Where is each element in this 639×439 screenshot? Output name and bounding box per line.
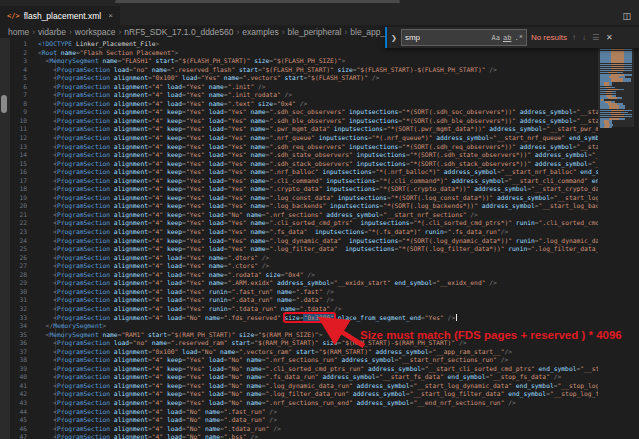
code-line[interactable]: 45 <ProgramSection alignment="4" load="N…	[10, 416, 598, 425]
line-number: 6	[10, 83, 27, 92]
breadcrumb-item[interactable]: workspace	[75, 27, 116, 37]
code-line[interactable]: 19 <ProgramSection alignment="4" keep="Y…	[10, 194, 598, 203]
line-number: 35	[10, 331, 27, 340]
line-number: 40	[10, 373, 27, 382]
line-number: 16	[10, 168, 27, 177]
code-line[interactable]: 14 <ProgramSection alignment="4" keep="Y…	[10, 151, 598, 160]
code-line[interactable]: 27 <ProgramSection alignment="4" load="Y…	[10, 262, 598, 271]
find-widget: ❯ smp Aa ab .* No results ↑ ↓ ☰ ✕	[385, 27, 639, 48]
line-number: 47	[10, 433, 27, 439]
split-editor-icon[interactable]: ◫	[622, 11, 631, 21]
line-number: 22	[10, 219, 27, 228]
code-line[interactable]: 15 <ProgramSection alignment="4" keep="Y…	[10, 160, 598, 169]
code-line[interactable]: 7 <ProgramSection alignment="4" load="Ye…	[10, 91, 598, 100]
code-line[interactable]: 22 <ProgramSection alignment="4" keep="Y…	[10, 219, 598, 228]
breadcrumb-item[interactable]: examples	[242, 27, 278, 37]
code-line[interactable]: 13 <ProgramSection alignment="4" keep="Y…	[10, 143, 598, 152]
editor-actions: ◫	[622, 6, 639, 25]
code-line[interactable]: 16 <ProgramSection alignment="4" keep="Y…	[10, 168, 598, 177]
line-number: 2	[10, 49, 27, 58]
line-number: 12	[10, 134, 27, 143]
breadcrumb-item[interactable]: ble_peripheral	[288, 27, 342, 37]
tab-flash-placement[interactable]: </> flash_placement.xml ×	[0, 6, 121, 25]
line-number: 45	[10, 416, 27, 425]
code-line[interactable]: 42 <ProgramSection alignment="4" keep="Y…	[10, 390, 598, 399]
find-previous-icon[interactable]: ↑	[572, 33, 576, 42]
line-number: 29	[10, 279, 27, 288]
breadcrumb-separator-icon: ›	[32, 27, 35, 37]
code-line[interactable]: 25 <ProgramSection alignment="4" keep="Y…	[10, 245, 598, 254]
code-line[interactable]: 29 <ProgramSection alignment="4" load="Y…	[10, 279, 598, 288]
code-line[interactable]: 32 <ProgramSection alignment="4" load="Y…	[10, 305, 598, 314]
minimap[interactable]	[598, 28, 639, 439]
code-line[interactable]: 41 <ProgramSection alignment="4" keep="Y…	[10, 382, 598, 391]
code-line[interactable]: 31 <ProgramSection alignment="4" load="Y…	[10, 296, 598, 305]
tab-title: flash_placement.xml	[24, 11, 101, 21]
code-line[interactable]: 20 <ProgramSection alignment="4" keep="Y…	[10, 202, 598, 211]
close-icon[interactable]: ×	[108, 11, 113, 20]
code-line[interactable]: 17 <ProgramSection alignment="4" keep="Y…	[10, 177, 598, 186]
code-line[interactable]: 8 <ProgramSection alignment="4" load="Ye…	[10, 100, 598, 109]
find-next-icon[interactable]: ↓	[582, 33, 586, 42]
code-line[interactable]: 23 <ProgramSection alignment="4" keep="Y…	[10, 228, 598, 237]
code-line[interactable]: 28 <ProgramSection alignment="4" load="Y…	[10, 271, 598, 280]
code-line[interactable]: 47 <ProgramSection alignment="4" load="N…	[10, 433, 598, 439]
code-line[interactable]: 2<Root name="Flash Section Placement">	[10, 49, 598, 58]
line-number: 17	[10, 177, 27, 186]
breadcrumb-item[interactable]: home	[8, 27, 29, 37]
line-number: 26	[10, 254, 27, 263]
code-line[interactable]: 30 <ProgramSection alignment="4" load="Y…	[10, 288, 598, 297]
code-line[interactable]: 38 <ProgramSection alignment="4" keep="Y…	[10, 356, 598, 365]
find-close-icon[interactable]: ✕	[606, 33, 613, 42]
regex-icon[interactable]: .*	[514, 34, 522, 42]
xml-file-icon: </>	[7, 12, 20, 20]
code-lines: 1<!DOCTYPE Linker_Placement_File>2<Root …	[10, 40, 598, 439]
code-line[interactable]: 9 <ProgramSection alignment="4" keep="Ye…	[10, 108, 598, 117]
code-line[interactable]: 40 <ProgramSection alignment="4" keep="Y…	[10, 373, 598, 382]
code-line[interactable]: 26 <ProgramSection alignment="4" load="Y…	[10, 254, 598, 263]
code-line[interactable]: 37 <ProgramSection alignment="0x100" loa…	[10, 348, 598, 357]
code-line[interactable]: 24 <ProgramSection alignment="4" keep="Y…	[10, 237, 598, 246]
line-number: 4	[10, 66, 27, 75]
line-number: 7	[10, 91, 27, 100]
tab-bar: </> flash_placement.xml × ◫	[0, 6, 639, 25]
code-line[interactable]: 12 <ProgramSection alignment="4" keep="Y…	[10, 134, 598, 143]
find-in-selection-icon[interactable]: ☰	[592, 33, 599, 42]
breadcrumb-separator-icon: ›	[118, 27, 121, 37]
code-line[interactable]: 39 <ProgramSection alignment="4" keep="Y…	[10, 365, 598, 374]
line-number: 34	[10, 322, 27, 331]
code-line[interactable]: 33 <ProgramSection alignment="4" load="N…	[10, 314, 598, 323]
code-line[interactable]: 5 <ProgramSection alignment="0x100" load…	[10, 74, 598, 83]
line-number: 28	[10, 271, 27, 280]
left-scrollbar-handle[interactable]	[1, 95, 7, 113]
code-line[interactable]: 6 <ProgramSection alignment="4" load="Ye…	[10, 83, 598, 92]
breadcrumb-item[interactable]: nRF5_SDK_17.1.0_ddde560	[124, 27, 233, 37]
left-edge-strip	[0, 38, 10, 439]
whole-word-icon[interactable]: ab	[503, 34, 511, 42]
code-line[interactable]: 46 <ProgramSection alignment="4" load="N…	[10, 425, 598, 434]
match-case-icon[interactable]: Aa	[492, 34, 500, 42]
find-input[interactable]: smp Aa ab .*	[401, 29, 527, 46]
line-number: 18	[10, 185, 27, 194]
editor-pane[interactable]: 1<!DOCTYPE Linker_Placement_File>2<Root …	[10, 38, 639, 439]
toggle-replace-chevron-icon[interactable]: ❯	[391, 34, 397, 42]
code-line[interactable]: 11 <ProgramSection alignment="4" keep="Y…	[10, 125, 598, 134]
line-number: 11	[10, 125, 27, 134]
annotation-label: Size must match (FDS pages + reserved ) …	[360, 329, 622, 341]
code-line[interactable]: 4 <ProgramSection load="no" name=".reser…	[10, 66, 598, 75]
code-line[interactable]: 10 <ProgramSection alignment="4" keep="Y…	[10, 117, 598, 126]
breadcrumb-item[interactable]: vidarbe	[38, 27, 66, 37]
code-line[interactable]: 18 <ProgramSection alignment="4" keep="Y…	[10, 185, 598, 194]
find-results: No results	[531, 33, 567, 42]
vscode-window: </> flash_placement.xml × ◫ home›vidarbe…	[0, 0, 639, 439]
line-number: 42	[10, 390, 27, 399]
code-line[interactable]: 3 <MemorySegment name="FLASH1" start="$(…	[10, 57, 598, 66]
code-line[interactable]: 21 <ProgramSection alignment="4" keep="Y…	[10, 211, 598, 220]
line-number: 30	[10, 288, 27, 297]
line-number: 8	[10, 100, 27, 109]
breadcrumb-separator-icon: ›	[344, 27, 347, 37]
find-query[interactable]: smp	[405, 33, 489, 42]
code-line[interactable]: 43 <ProgramSection alignment="4" keep="Y…	[10, 399, 598, 408]
code-line[interactable]: 44 <ProgramSection alignment="4" load="N…	[10, 408, 598, 417]
line-number: 23	[10, 228, 27, 237]
